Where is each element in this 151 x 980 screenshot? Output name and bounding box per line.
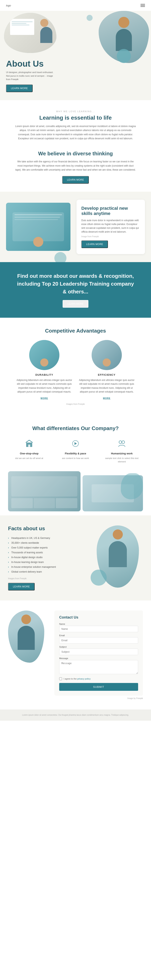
menu-button[interactable]: [141, 3, 145, 8]
competitive-text-durability: Adipiscing bibendum est ultricies intege…: [16, 378, 72, 394]
competitive-label-durability: DURABILITY: [16, 373, 72, 376]
why-text: Lorem ipsum dolor sit amet, convallis ad…: [15, 124, 136, 141]
diff-label-humanizing: Humanizing work: [103, 452, 141, 455]
footer-text: Lorem ipsum dolor sit amet consectetur. …: [8, 713, 143, 717]
privacy-link[interactable]: privacy policy: [77, 678, 91, 680]
list-item: ›Headquarters in UK, US & Germany: [8, 536, 85, 541]
form-email-label: Email: [59, 634, 138, 636]
competitive-item-durability: DURABILITY Adipiscing bibendum est ultri…: [16, 340, 72, 400]
form-email-group: Email: [59, 634, 138, 644]
diff-text-one-stop: dut we are set du elf amet at: [10, 457, 48, 460]
hero-content: About Us UI designer, photographer and t…: [6, 59, 145, 92]
believe-text: We take action with the agency of our fi…: [15, 159, 136, 172]
svg-rect-1: [28, 445, 30, 447]
form-email-input[interactable]: [59, 637, 138, 644]
facts-content: Facts about us ›Headquarters in UK, US &…: [8, 525, 85, 590]
hero-section: About Us UI designer, photographer and t…: [0, 11, 151, 100]
contact-credit: Image by Freepik: [55, 697, 143, 699]
hero-description: UI designer, photographer and travel ent…: [6, 71, 55, 81]
competitive-text-efficiency: Adipiscing bibendum est ultricies intege…: [79, 378, 135, 394]
believe-section: We believe in diverse thinking We take a…: [0, 148, 151, 191]
list-item: ›35,000+ clients worldwide: [8, 541, 85, 545]
list-item: ›In-house digital design studio: [8, 555, 85, 560]
diff-label-flexibility: Flexibility & pace: [56, 452, 95, 455]
contact-form-area: Contact Us Name Email Subject Message I …: [55, 611, 143, 699]
form-name-input[interactable]: [59, 626, 138, 632]
diff-text-flexibility: are content to how we work: [56, 457, 95, 460]
diff-item-one-stop: One-stop-shop dut we are set du elf amet…: [8, 438, 50, 463]
develop-circle-decoration: [55, 252, 66, 262]
diff-title: What differentiates Our Company?: [8, 425, 143, 431]
form-name-label: Name: [59, 623, 138, 625]
list-item: ›In-house learning design team: [8, 560, 85, 565]
diff-section: What differentiates Our Company? One-sto…: [0, 415, 151, 511]
svg-point-4: [122, 441, 125, 444]
list-item: ›In-house enterprise solution management: [8, 565, 85, 570]
list-item: ›Thousands of learning assets: [8, 550, 85, 555]
form-checkbox-row: I agree to the privacy policy: [59, 677, 138, 680]
competitive-more-efficiency[interactable]: MORE: [103, 397, 111, 399]
diff-item-flexibility: Flexibility & pace are content to how we…: [55, 438, 96, 463]
awards-title: Find out more about our awards & recogni…: [16, 272, 135, 296]
form-message-group: Message: [59, 657, 138, 675]
form-subject-label: Subject: [59, 646, 138, 648]
navigation: logo: [0, 0, 151, 11]
awards-section: Find out more about our awards & recogni…: [0, 262, 151, 318]
competitive-section: Competitive Advantages DURABILITY Adipis…: [0, 318, 151, 415]
diff-image-building: [8, 471, 80, 511]
one-stop-shop-icon: [23, 438, 35, 450]
facts-cta-button[interactable]: LEARN MORE: [8, 583, 35, 590]
humanizing-icon: [116, 438, 128, 450]
contact-section: Contact Us Name Email Subject Message I …: [0, 600, 151, 710]
facts-credit: Images from Freepik: [8, 578, 85, 580]
form-checkbox-label: I agree to the privacy policy: [64, 678, 91, 680]
diff-grid: One-stop-shop dut we are set du elf amet…: [8, 438, 143, 463]
hero-title: About Us: [6, 59, 145, 68]
form-message-textarea[interactable]: [59, 660, 138, 674]
develop-card: Develop practical new skills anytime Dui…: [77, 200, 145, 254]
facts-list: ›Headquarters in UK, US & Germany ›35,00…: [8, 536, 85, 574]
form-submit-button[interactable]: SUBMIT: [59, 683, 138, 691]
hero-cta-button[interactable]: LEARN MORE: [6, 84, 33, 92]
form-subject-group: Subject: [59, 646, 138, 655]
diff-images-area: [8, 467, 143, 511]
diff-label-one-stop: One-stop-shop: [10, 452, 48, 455]
facts-teal-blob: [91, 570, 107, 585]
why-sub-label: WHY WE LOVE LEARNING...: [12, 110, 139, 113]
develop-cta-button[interactable]: LEARN MORE: [81, 240, 108, 248]
develop-image: [6, 203, 71, 251]
diff-item-humanizing: Humanizing work sample text click to sel…: [101, 438, 143, 463]
develop-text: Duis aute irure dolor in reprehenderit i…: [81, 218, 140, 234]
why-title: Learning is essential to life: [12, 115, 139, 121]
form-subject-input[interactable]: [59, 649, 138, 655]
diff-teal-blob: [121, 473, 143, 500]
competitive-title: Competitive Advantages: [8, 328, 143, 334]
form-privacy-checkbox[interactable]: [59, 677, 62, 680]
believe-cta-button[interactable]: LEARN MORE: [62, 176, 89, 184]
competitive-img-efficiency: [92, 340, 122, 370]
flexibility-icon: [69, 438, 82, 450]
competitive-img-durability: [29, 340, 59, 370]
competitive-grid: DURABILITY Adipiscing bibendum est ultri…: [8, 340, 143, 400]
list-item: ›Global content delivery team: [8, 570, 85, 574]
competitive-credit: Images from Freepik: [8, 403, 143, 405]
competitive-more-durability[interactable]: MORE: [41, 397, 48, 399]
contact-form-title: Contact Us: [59, 615, 138, 620]
footer: Lorem ipsum dolor sit amet consectetur. …: [0, 710, 151, 721]
facts-title: Facts about us: [8, 525, 85, 531]
diff-text-humanizing: sample text click to select this text el…: [103, 457, 141, 463]
awards-cta-button[interactable]: LEARN MORE: [63, 300, 88, 308]
develop-section: Develop practical new skills anytime Dui…: [0, 192, 151, 262]
develop-title: Develop practical new skills anytime: [81, 206, 140, 216]
list-item: ›Over 5,000 subject matter experts: [8, 545, 85, 550]
svg-point-3: [119, 441, 122, 444]
why-section: WHY WE LOVE LEARNING... Learning is esse…: [0, 100, 151, 149]
form-message-label: Message: [59, 657, 138, 660]
competitive-label-efficiency: EFFICIENCY: [79, 373, 135, 376]
hero-image-board: [4, 13, 56, 53]
believe-title: We believe in diverse thinking: [12, 151, 139, 157]
contact-form-card: Contact Us Name Email Subject Message I …: [55, 611, 143, 695]
form-name-group: Name: [59, 623, 138, 632]
facts-image-area: [91, 525, 143, 588]
competitive-item-efficiency: EFFICIENCY Adipiscing bibendum est ultri…: [79, 340, 135, 400]
